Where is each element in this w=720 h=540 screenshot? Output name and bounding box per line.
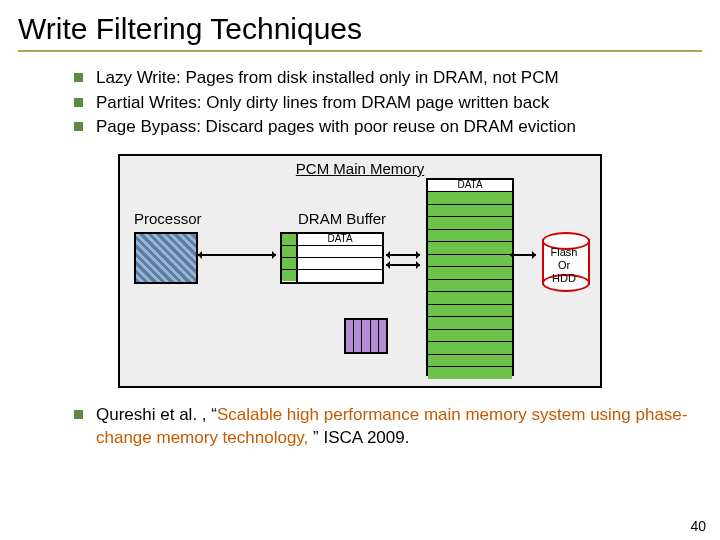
- processor-label: Processor: [134, 210, 202, 227]
- citation-item: Qureshi et al. , “Scalable high performa…: [74, 404, 702, 450]
- cache-lines-block: [344, 318, 388, 354]
- bullet-item: Lazy Write: Pages from disk installed on…: [74, 66, 702, 91]
- slide-title: Write Filtering Techniques: [18, 12, 702, 52]
- pcm-memory-block: DATA: [426, 178, 514, 376]
- data-cell: DATA: [428, 180, 512, 193]
- disk-label: Flash Or HDD: [542, 246, 586, 286]
- arrow-icon: [510, 254, 536, 256]
- processor-block: [134, 232, 198, 284]
- bullet-item: Page Bypass: Discard pages with poor reu…: [74, 115, 702, 140]
- arrow-icon: [386, 254, 420, 256]
- dram-buffer-block: DATA: [296, 232, 384, 284]
- data-cell: DATA: [298, 234, 382, 246]
- arrow-icon: [386, 264, 420, 266]
- arrow-icon: [198, 254, 276, 256]
- bullet-list: Lazy Write: Pages from disk installed on…: [34, 66, 702, 140]
- architecture-diagram: PCM Main Memory Processor DRAM Buffer DA…: [118, 154, 602, 388]
- pcm-memory-label: PCM Main Memory: [296, 160, 424, 177]
- storage-disk: Flash Or HDD: [542, 232, 586, 292]
- bullet-item: Partial Writes: Only dirty lines from DR…: [74, 91, 702, 116]
- citation-list: Qureshi et al. , “Scalable high performa…: [34, 404, 702, 450]
- dram-buffer-label: DRAM Buffer: [298, 210, 386, 227]
- page-number: 40: [690, 518, 706, 534]
